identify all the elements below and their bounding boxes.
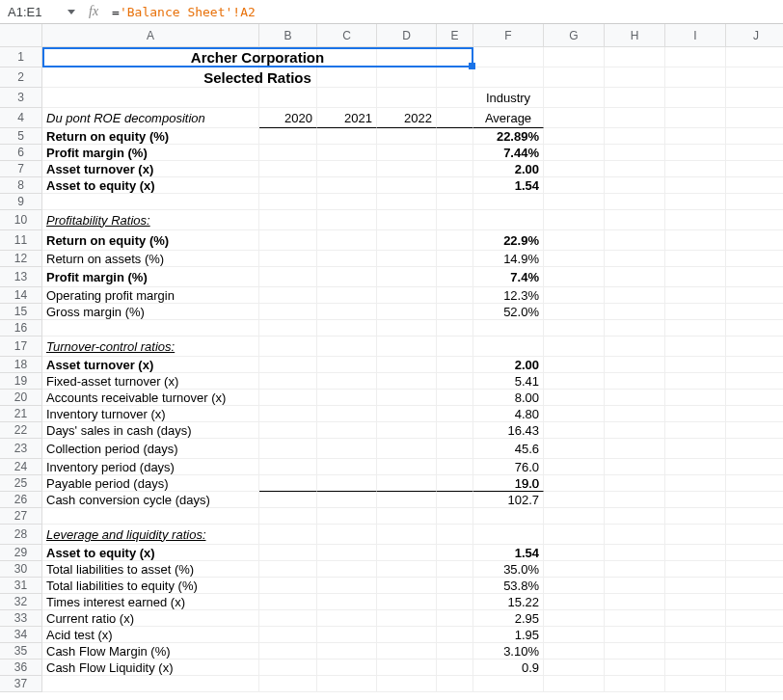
cell-E23[interactable] <box>437 439 473 459</box>
value-r30[interactable]: 35.0% <box>473 561 544 578</box>
col-header-I[interactable]: I <box>665 24 726 47</box>
cell-E19[interactable] <box>437 373 473 390</box>
col-header-E[interactable]: E <box>437 24 473 47</box>
cell-D21[interactable] <box>377 406 437 422</box>
value-r13[interactable]: 7.4% <box>473 267 544 287</box>
cell-J3[interactable] <box>726 88 783 108</box>
uline-B4[interactable] <box>259 108 317 128</box>
cell-D3[interactable] <box>377 88 437 108</box>
cell-D23[interactable] <box>377 439 437 459</box>
cell-J12[interactable] <box>726 251 783 267</box>
cell-I8[interactable] <box>665 177 726 194</box>
cell-H20[interactable] <box>605 390 665 406</box>
cell-B30[interactable] <box>259 561 317 578</box>
cell-B28[interactable] <box>259 525 317 545</box>
cell-B6[interactable] <box>259 145 317 161</box>
cell-H28[interactable] <box>605 525 665 545</box>
cell-C9[interactable] <box>317 194 377 210</box>
label-r29[interactable]: Asset to equity (x) <box>42 545 259 561</box>
cell-H6[interactable] <box>605 145 665 161</box>
cell-G28[interactable] <box>544 525 605 545</box>
row-header-34[interactable]: 34 <box>0 627 42 643</box>
row-header-37[interactable]: 37 <box>0 676 42 692</box>
label-r30[interactable]: Total liabilities to asset (%) <box>42 561 259 578</box>
cell-J18[interactable] <box>726 357 783 373</box>
row-header-7[interactable]: 7 <box>0 161 42 177</box>
cell-F17[interactable] <box>473 337 544 357</box>
cell-J10[interactable] <box>726 210 783 230</box>
cell-E24[interactable] <box>437 459 473 475</box>
cell-H10[interactable] <box>605 210 665 230</box>
cell-J11[interactable] <box>726 230 783 251</box>
cell-D31[interactable] <box>377 578 437 594</box>
cell-I1[interactable] <box>665 47 726 67</box>
cell-C15[interactable] <box>317 304 377 320</box>
cell-B24[interactable] <box>259 459 317 475</box>
cell-H17[interactable] <box>605 337 665 357</box>
cell-F16[interactable] <box>473 320 544 337</box>
row-header-19[interactable]: 19 <box>0 373 42 390</box>
cell-D32[interactable] <box>377 594 437 610</box>
cell-C31[interactable] <box>317 578 377 594</box>
cell-C13[interactable] <box>317 267 377 287</box>
cell-D17[interactable] <box>377 337 437 357</box>
cell-J29[interactable] <box>726 545 783 561</box>
value-r6[interactable]: 7.44% <box>473 145 544 161</box>
cell-G7[interactable] <box>544 161 605 177</box>
cell-H12[interactable] <box>605 251 665 267</box>
cell-C34[interactable] <box>317 627 377 643</box>
cell-H27[interactable] <box>605 508 665 525</box>
cell-G15[interactable] <box>544 304 605 320</box>
cell-J34[interactable] <box>726 627 783 643</box>
cell-B15[interactable] <box>259 304 317 320</box>
cell-I19[interactable] <box>665 373 726 390</box>
cell-J27[interactable] <box>726 508 783 525</box>
row-header-31[interactable]: 31 <box>0 578 42 594</box>
cell-B27[interactable] <box>259 508 317 525</box>
cell-H8[interactable] <box>605 177 665 194</box>
cell-B16[interactable] <box>259 320 317 337</box>
cell-G9[interactable] <box>544 194 605 210</box>
label-r13[interactable]: Profit margin (%) <box>42 267 259 287</box>
cell-A37[interactable] <box>42 676 259 692</box>
cell-D14[interactable] <box>377 287 437 304</box>
cell-I6[interactable] <box>665 145 726 161</box>
cell-G20[interactable] <box>544 390 605 406</box>
cell-G13[interactable] <box>544 267 605 287</box>
row-header-6[interactable]: 6 <box>0 145 42 161</box>
cell-J9[interactable] <box>726 194 783 210</box>
label-r36[interactable]: Cash Flow Liquidity (x) <box>42 660 259 676</box>
cell-J13[interactable] <box>726 267 783 287</box>
cell-G25[interactable] <box>544 475 605 492</box>
cell-C28[interactable] <box>317 525 377 545</box>
cell-D5[interactable] <box>377 128 437 145</box>
uline-C25[interactable] <box>317 475 377 492</box>
cell-H23[interactable] <box>605 439 665 459</box>
cell-G32[interactable] <box>544 594 605 610</box>
uline-B25[interactable] <box>259 475 317 492</box>
cell-I33[interactable] <box>665 610 726 627</box>
cell-D19[interactable] <box>377 373 437 390</box>
label-r34[interactable]: Acid test (x) <box>42 627 259 643</box>
cell-I30[interactable] <box>665 561 726 578</box>
value-r35[interactable]: 3.10% <box>473 643 544 660</box>
cell-D6[interactable] <box>377 145 437 161</box>
cell-C12[interactable] <box>317 251 377 267</box>
cell-H21[interactable] <box>605 406 665 422</box>
cell-H25[interactable] <box>605 475 665 492</box>
cell-G11[interactable] <box>544 230 605 251</box>
cell-J26[interactable] <box>726 492 783 508</box>
cell-D11[interactable] <box>377 230 437 251</box>
row-header-36[interactable]: 36 <box>0 660 42 676</box>
cell-J4[interactable] <box>726 108 783 128</box>
row-header-18[interactable]: 18 <box>0 357 42 373</box>
cell-H2[interactable] <box>605 67 665 88</box>
value-r18[interactable]: 2.00 <box>473 357 544 373</box>
label-r26[interactable]: Cash conversion cycle (days) <box>42 492 259 508</box>
cell-I2[interactable] <box>665 67 726 88</box>
cell-E34[interactable] <box>437 627 473 643</box>
value-r24[interactable]: 76.0 <box>473 459 544 475</box>
cell-E11[interactable] <box>437 230 473 251</box>
row-header-17[interactable]: 17 <box>0 337 42 357</box>
cell-D13[interactable] <box>377 267 437 287</box>
